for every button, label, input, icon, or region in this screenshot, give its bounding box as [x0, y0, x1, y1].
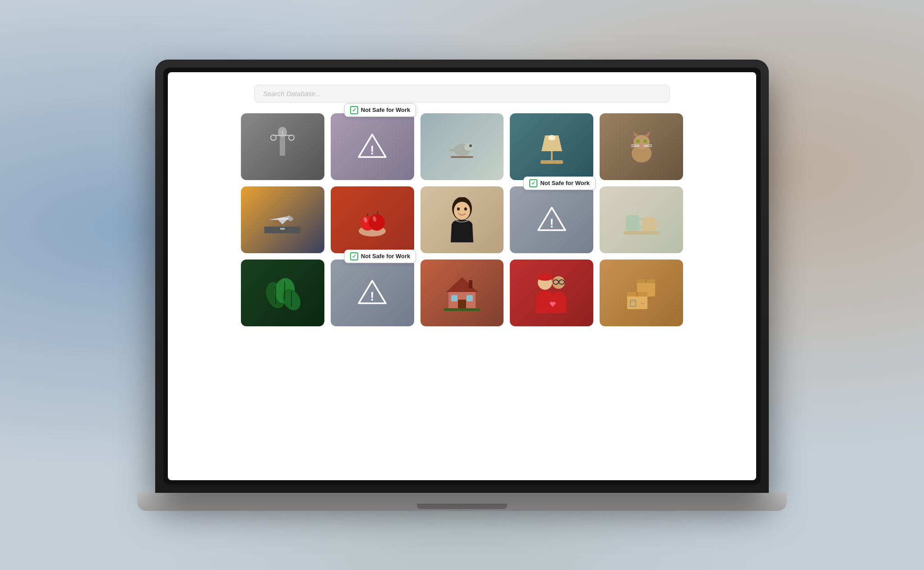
- search-placeholder: Search Database...: [263, 90, 321, 97]
- image-nsfw2: !: [510, 186, 593, 253]
- svg-point-19: [636, 139, 640, 143]
- svg-point-39: [464, 207, 467, 210]
- warning-triangle-2: !: [536, 204, 568, 236]
- grid-cell-house[interactable]: [420, 260, 504, 326]
- svg-rect-13: [551, 151, 553, 160]
- svg-point-28: [288, 217, 293, 221]
- check-icon-1: [350, 106, 358, 114]
- svg-point-37: [454, 202, 470, 220]
- image-couple: [510, 260, 593, 326]
- grid-cell-nsfw1[interactable]: Not Safe for Work !: [331, 113, 414, 180]
- svg-text:!: !: [370, 143, 374, 157]
- grid-cell-justice[interactable]: [241, 113, 324, 180]
- svg-point-62: [537, 273, 553, 281]
- warning-triangle-1: !: [356, 131, 388, 162]
- svg-point-12: [548, 135, 555, 140]
- svg-line-23: [631, 146, 639, 147]
- grid-cell-bird[interactable]: [420, 113, 504, 180]
- nsfw-badge-2: Not Safe for Work: [523, 176, 596, 190]
- check-icon-2: [529, 179, 537, 187]
- grid-cell-nsfw3[interactable]: Not Safe for Work !: [331, 260, 414, 326]
- svg-rect-42: [626, 215, 639, 231]
- nsfw-badge-1: Not Safe for Work: [344, 103, 416, 117]
- laptop-wrapper: Search Database...: [137, 60, 787, 511]
- svg-rect-54: [469, 280, 472, 288]
- svg-rect-59: [444, 308, 480, 311]
- grid-cell-leaves[interactable]: [241, 260, 324, 326]
- svg-text:↑↑: ↑↑: [641, 301, 645, 306]
- svg-text:!: !: [370, 289, 374, 303]
- image-lamp: [510, 113, 593, 180]
- svg-rect-26: [264, 227, 300, 233]
- svg-rect-27: [280, 228, 285, 230]
- svg-marker-17: [633, 131, 638, 137]
- nsfw-label-3: Not Safe for Work: [361, 253, 411, 260]
- image-bird: [420, 113, 504, 180]
- svg-rect-11: [451, 156, 473, 158]
- image-apples: [331, 186, 414, 253]
- svg-rect-58: [458, 300, 466, 309]
- svg-marker-53: [446, 277, 478, 292]
- grid-cell-plane[interactable]: [241, 186, 324, 253]
- svg-text:!: !: [550, 216, 554, 230]
- nsfw-label-2: Not Safe for Work: [540, 180, 590, 186]
- warning-triangle-3: !: [356, 277, 388, 309]
- grid-cell-cat[interactable]: [600, 113, 683, 180]
- image-mugs: [600, 186, 683, 253]
- screen-content: Search Database...: [168, 72, 756, 480]
- screen-bezel: Search Database...: [163, 68, 761, 485]
- svg-line-24: [644, 145, 652, 145]
- svg-rect-43: [642, 218, 655, 231]
- svg-point-10: [469, 144, 472, 147]
- svg-line-35: [377, 212, 378, 214]
- svg-line-22: [631, 145, 639, 145]
- svg-rect-44: [624, 231, 660, 235]
- svg-point-16: [633, 135, 650, 149]
- image-boxes: ↑↑: [600, 260, 683, 326]
- svg-rect-57: [467, 295, 473, 301]
- grid-cell-nsfw2[interactable]: Not Safe for Work !: [510, 186, 593, 253]
- nsfw-label-1: Not Safe for Work: [361, 107, 411, 113]
- grid-cell-couple[interactable]: [510, 260, 593, 326]
- laptop-notch: [417, 504, 507, 509]
- image-leaves: [241, 260, 324, 326]
- image-nsfw3: !: [331, 260, 414, 326]
- image-woman: [420, 186, 504, 253]
- svg-line-25: [644, 146, 652, 147]
- svg-point-9: [464, 144, 473, 151]
- grid-cell-apples[interactable]: [331, 186, 414, 253]
- image-plane: [241, 186, 324, 253]
- grid-cell-woman[interactable]: [420, 186, 504, 253]
- image-house: [420, 260, 504, 326]
- svg-point-31: [369, 214, 385, 231]
- grid-cell-boxes[interactable]: ↑↑: [600, 260, 683, 326]
- image-grid: Not Safe for Work !: [241, 113, 683, 326]
- image-cat: [600, 113, 683, 180]
- svg-rect-56: [451, 295, 457, 301]
- svg-point-38: [457, 207, 460, 210]
- laptop-base: [137, 493, 787, 511]
- search-bar[interactable]: Search Database...: [254, 85, 670, 102]
- svg-marker-18: [645, 131, 651, 137]
- svg-rect-1: [280, 138, 285, 156]
- laptop-screen-housing: Search Database...: [155, 60, 769, 493]
- svg-rect-14: [541, 160, 563, 164]
- image-nsfw1: !: [331, 113, 414, 180]
- grid-cell-mugs[interactable]: [600, 186, 683, 253]
- grid-cell-lamp[interactable]: [510, 113, 593, 180]
- svg-point-20: [643, 139, 647, 143]
- check-icon-3: [350, 252, 358, 260]
- image-justice: [241, 113, 324, 180]
- nsfw-badge-3: Not Safe for Work: [344, 250, 416, 263]
